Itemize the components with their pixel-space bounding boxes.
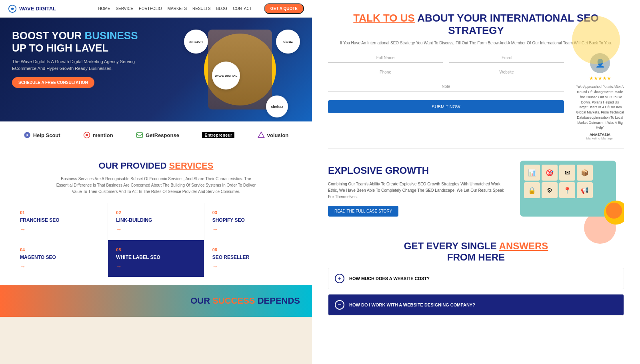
growth-image: 📊 🎯 ✉ 📦 🔒 ⚙ 📍 📢: [520, 161, 624, 221]
nav-service[interactable]: SERVICE: [116, 6, 133, 11]
submit-button[interactable]: SUBMIT NOW: [328, 100, 564, 113]
svg-point-2: [86, 134, 88, 136]
success-teaser: OUR SUCCESS DEPENDS: [0, 285, 312, 317]
note-field[interactable]: Note: [328, 82, 564, 91]
faq-section: GET EVERY SINGLE ANSWERS FROM HERE + HOW…: [328, 233, 624, 324]
testimonial-name: ANASTASIA: [576, 133, 624, 137]
cube-5: 🔒: [524, 182, 540, 198]
testimonial-role: Marketing Manager: [576, 137, 624, 140]
navigation: WAVE DIGITAL HOME SERVICE PORTFOLIO MARK…: [0, 0, 312, 18]
service-franchise-seo[interactable]: 01 FRANCHISE SEO →: [12, 203, 108, 240]
cube-3: ✉: [559, 165, 575, 181]
faq-toggle-2[interactable]: −: [335, 300, 344, 310]
brand-wave: WAVE DIGITAL: [212, 62, 240, 90]
services-description: Business Services Are A Recognisable Sub…: [56, 176, 256, 195]
service-magento-seo[interactable]: 04 MAGENTO SEO →: [12, 240, 108, 277]
growth-description: Combining Our Team's Ability To Create E…: [328, 181, 508, 200]
services-grid: 01 FRANCHISE SEO → 02 LINK-BUILDING → 03…: [12, 203, 300, 277]
brand-daraz: daraz: [276, 30, 300, 54]
brand-entrepreneur: Entrepreneur: [202, 132, 234, 138]
faq-item-1[interactable]: + HOW MUCH DOES A WEBSITE COST?: [328, 268, 624, 289]
nav-portfolio[interactable]: PORTFOLIO: [139, 6, 162, 11]
service-white-label-seo[interactable]: 05 WHITE LABEL SEO →: [108, 240, 204, 277]
form-row-name-email: Full Name Email: [328, 53, 564, 63]
cube-1: 📊: [524, 165, 540, 181]
success-title: OUR SUCCESS DEPENDS: [190, 296, 300, 306]
service-link-building[interactable]: 02 LINK-BUILDING →: [108, 203, 204, 240]
phone-field[interactable]: Phone: [328, 68, 443, 77]
brand-volusion: volusion: [258, 131, 288, 139]
nav-blog[interactable]: BLOG: [216, 6, 227, 11]
email-field[interactable]: Email: [449, 53, 564, 63]
service-seo-reseller[interactable]: 06 SEO RESELLER →: [204, 240, 300, 277]
testimonial-block: 👤 ★★★★★ "We Approached Polaris After A R…: [576, 53, 624, 140]
hero-section: BOOST YOUR BUSINESS UP TO HIGH LAVEL The…: [0, 18, 312, 121]
growth-image-orange: [606, 203, 622, 219]
brand-shehaz: shehaz: [266, 95, 288, 117]
faq-question-2: HOW DO I WORK WITH A WEBSITE DESIGNING C…: [349, 302, 475, 307]
cube-6: ⚙: [542, 182, 558, 198]
cube-7: 📍: [559, 182, 575, 198]
form-row-phone-website: Phone Website: [328, 68, 564, 77]
cube-2: 🎯: [542, 165, 558, 181]
nav-cta-button[interactable]: GET A QUOTE: [264, 3, 304, 14]
testimonial-stars: ★★★★★: [576, 76, 624, 81]
svg-rect-3: [137, 133, 143, 137]
right-panel: TALK TO US ABOUT YOUR INTERNATIONAL SEO …: [312, 0, 640, 364]
testimonial-quote: "We Approached Polaris After A Round Of …: [576, 84, 624, 130]
website-field[interactable]: Website: [449, 68, 564, 77]
growth-title: EXPLOSIVE GROWTH: [328, 165, 508, 176]
cubes-grid: 📊 🎯 ✉ 📦 🔒 ⚙ 📍 📢: [524, 165, 593, 198]
faq-question-1: HOW MUCH DOES A WEBSITE COST?: [349, 276, 430, 281]
faq-item-2[interactable]: − HOW DO I WORK WITH A WEBSITE DESIGNING…: [328, 294, 624, 316]
services-title: OUR PROVIDED SERVICES: [12, 161, 300, 171]
bg-decorative-circle-top: [572, 16, 620, 64]
nav-contact[interactable]: CONTACT: [233, 6, 252, 11]
hero-content: BOOST YOUR BUSINESS UP TO HIGH LAVEL The…: [12, 30, 140, 88]
contact-form-area: Full Name Email Phone Website Note SUBMI…: [328, 53, 624, 140]
growth-section: EXPLOSIVE GROWTH Combining Our Team's Ab…: [328, 149, 624, 233]
nav-results[interactable]: RESULTS: [192, 6, 210, 11]
nav-home[interactable]: HOME: [98, 6, 110, 11]
logo[interactable]: WAVE DIGITAL: [8, 4, 56, 13]
brand-amazon: amazon: [184, 30, 208, 54]
cube-4: 📦: [577, 165, 593, 181]
service-shopify-seo[interactable]: 03 SHOPIFY SEO →: [204, 203, 300, 240]
faq-toggle-1[interactable]: +: [335, 274, 344, 283]
services-section: OUR PROVIDED SERVICES Business Services …: [0, 149, 312, 285]
brand-mention: mention: [83, 131, 113, 139]
right-panel-wrapper: TALK TO US ABOUT YOUR INTERNATIONAL SEO …: [328, 12, 624, 324]
full-name-field[interactable]: Full Name: [328, 53, 443, 63]
growth-content: EXPLOSIVE GROWTH Combining Our Team's Ab…: [328, 165, 508, 217]
hero-image-area: amazon daraz WAVE DIGITAL shehaz: [180, 26, 300, 121]
brand-getresponse: GetResponse: [136, 131, 179, 139]
svg-marker-4: [258, 132, 264, 138]
brands-bar: Help Scout mention GetResponse Entrepren…: [0, 121, 312, 149]
hero-title: BOOST YOUR BUSINESS UP TO HIGH LAVEL: [12, 30, 140, 54]
faq-title: GET EVERY SINGLE ANSWERS FROM HERE: [328, 241, 624, 263]
hero-cta-button[interactable]: SCHEDULE A FREE CONSULTATION: [12, 77, 94, 88]
growth-image-bg: 📊 🎯 ✉ 📦 🔒 ⚙ 📍 📢: [520, 161, 616, 217]
nav-markets[interactable]: MARKETS: [168, 6, 187, 11]
cube-8: 📢: [577, 182, 593, 198]
nav-links: HOME SERVICE PORTFOLIO MARKETS RESULTS B…: [98, 6, 252, 11]
growth-cta-button[interactable]: READ THE FULL CASE STORY: [328, 206, 398, 217]
brand-helpscout: Help Scout: [24, 131, 60, 139]
hero-subtitle: The Wave Digital Is A Growth Digital Mar…: [12, 58, 140, 72]
form-left: Full Name Email Phone Website Note SUBMI…: [328, 53, 564, 140]
